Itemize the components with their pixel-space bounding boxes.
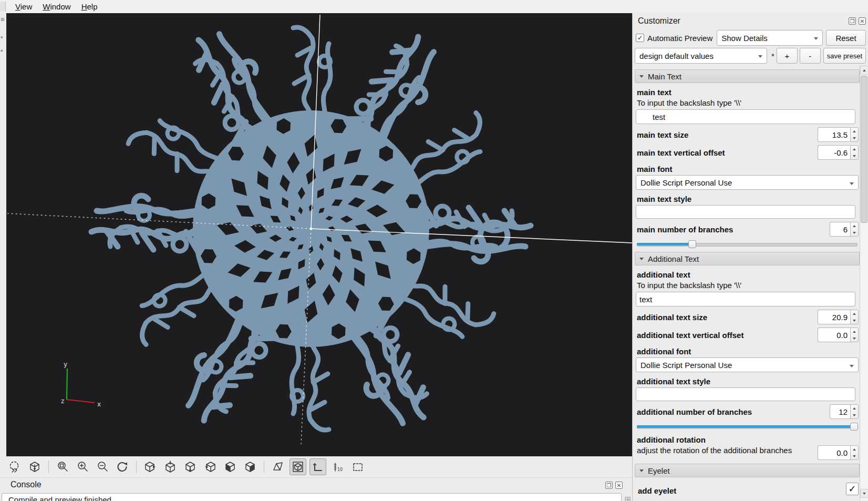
strip-dropdown-fragment2: ▴ bbox=[1, 48, 3, 53]
zoom-in-icon[interactable] bbox=[74, 458, 91, 475]
additional-rotation-label: additional rotation bbox=[637, 435, 857, 445]
add-eyelet-checkbox[interactable]: ✓ bbox=[846, 483, 859, 495]
customizer-scrollbar[interactable] bbox=[860, 66, 868, 501]
show-axes-icon[interactable] bbox=[309, 458, 326, 475]
console-log[interactable]: Compile and preview finished. bbox=[2, 493, 622, 501]
spin-buttons[interactable] bbox=[850, 222, 859, 237]
orthographic-icon[interactable] bbox=[290, 458, 306, 475]
group-eyelet[interactable]: Eyelet bbox=[635, 464, 860, 477]
customizer-close-icon[interactable]: ✕ bbox=[859, 17, 866, 25]
scrollbar-up-icon[interactable] bbox=[860, 66, 868, 75]
save-preset-button[interactable]: save preset bbox=[823, 48, 866, 64]
show-scale-markers-icon[interactable]: 10 bbox=[329, 458, 346, 475]
additional-branches-label: additional number of branches bbox=[637, 407, 752, 417]
main-text-input[interactable] bbox=[636, 109, 855, 124]
reset-view-icon[interactable] bbox=[114, 458, 131, 475]
chevron-down-icon bbox=[850, 365, 854, 367]
collapse-triangle-icon bbox=[639, 75, 644, 78]
axis-x-label: x bbox=[97, 401, 101, 408]
additional-text-size-spinbox bbox=[818, 310, 859, 324]
additional-font-select[interactable]: Dollie Script Personal Use bbox=[636, 357, 859, 372]
zoom-out-icon[interactable] bbox=[94, 458, 111, 475]
spin-buttons[interactable] bbox=[850, 328, 859, 342]
view-back-icon[interactable] bbox=[242, 458, 259, 475]
chevron-down-icon bbox=[758, 55, 762, 58]
detail-level-select[interactable]: Show Details bbox=[717, 30, 823, 46]
slider-handle[interactable] bbox=[688, 240, 696, 248]
additional-text-style-input[interactable] bbox=[636, 387, 855, 401]
main-font-label: main font bbox=[637, 164, 857, 174]
view-right-icon[interactable] bbox=[142, 458, 159, 475]
menu-help[interactable]: Help bbox=[76, 1, 103, 12]
remove-preset-button[interactable]: - bbox=[800, 48, 821, 64]
additional-branches-spinbox bbox=[830, 404, 859, 419]
preset-select[interactable]: design default values bbox=[635, 48, 767, 64]
customizer-scroll-area: Main Text main text To input the backsla… bbox=[635, 66, 860, 501]
view-bottom-icon[interactable] bbox=[182, 458, 199, 475]
main-text-label: main text bbox=[637, 87, 857, 97]
additional-text-style-label: additional text style bbox=[637, 376, 857, 386]
automatic-preview-label: Automatic Preview bbox=[647, 34, 712, 43]
snowflake-model-render: y x z bbox=[6, 13, 632, 456]
svg-text:10: 10 bbox=[337, 467, 343, 472]
additional-rotation-desc: adjust the rotation of the additional br… bbox=[637, 445, 817, 460]
axis-y-label: y bbox=[64, 361, 67, 368]
spin-buttons[interactable] bbox=[850, 445, 859, 460]
preset-modified-indicator: * bbox=[771, 52, 774, 60]
toolbar-separator bbox=[136, 461, 137, 473]
view-all-icon[interactable] bbox=[26, 458, 43, 475]
main-text-size-spinbox bbox=[818, 127, 859, 142]
view-bounds-icon[interactable] bbox=[349, 458, 366, 475]
main-branches-spinbox bbox=[830, 222, 859, 237]
console-title: Console bbox=[11, 480, 42, 489]
menu-window[interactable]: Window bbox=[37, 1, 76, 12]
view-top-icon[interactable] bbox=[162, 458, 179, 475]
toolbar-separator bbox=[264, 461, 264, 473]
main-text-desc: To input the backslash type '\\' bbox=[637, 98, 857, 108]
additional-text-input[interactable] bbox=[636, 292, 855, 306]
main-text-style-input[interactable] bbox=[636, 205, 855, 219]
main-branches-slider[interactable] bbox=[637, 240, 857, 248]
collapse-triangle-icon bbox=[639, 469, 644, 472]
customizer-float-icon[interactable]: ❐ bbox=[849, 17, 856, 25]
spin-buttons[interactable] bbox=[850, 127, 859, 142]
view-front-icon[interactable] bbox=[222, 458, 239, 475]
perspective-icon[interactable] bbox=[270, 458, 286, 475]
scrollbar-down-icon[interactable] bbox=[860, 489, 868, 498]
console-float-icon[interactable]: ❐ bbox=[605, 482, 613, 489]
main-text-voffset-spinbox bbox=[818, 145, 859, 160]
spin-buttons[interactable] bbox=[850, 404, 859, 419]
spin-buttons[interactable] bbox=[850, 145, 859, 160]
3d-viewport[interactable]: y x z bbox=[6, 13, 632, 456]
group-additional-text[interactable]: Additional Text bbox=[635, 252, 860, 265]
add-preset-button[interactable]: + bbox=[777, 48, 798, 64]
zoom-all-icon[interactable] bbox=[54, 458, 71, 475]
toolbar-separator bbox=[48, 461, 49, 473]
menubar-edge-fragment bbox=[0, 2, 6, 12]
main-font-select[interactable]: Dollie Script Personal Use bbox=[636, 175, 859, 190]
strip-dropdown-fragment: ▾ bbox=[1, 35, 3, 40]
axis-indicator: y x z bbox=[61, 361, 101, 408]
viewport-toolbar: 10 bbox=[0, 456, 632, 477]
console-close-icon[interactable]: ✕ bbox=[615, 482, 623, 489]
add-eyelet-label: add eyelet bbox=[638, 486, 676, 496]
customizer-title: Customizer bbox=[638, 16, 680, 26]
group-main-text[interactable]: Main Text bbox=[635, 69, 860, 83]
chevron-down-icon bbox=[850, 182, 854, 185]
throw-together-icon[interactable] bbox=[6, 458, 23, 475]
spin-buttons[interactable] bbox=[850, 310, 859, 324]
additional-text-desc: To input the backslash type '\\' bbox=[637, 280, 857, 290]
reset-button[interactable]: Reset bbox=[826, 30, 866, 46]
view-left-icon[interactable] bbox=[202, 458, 219, 475]
menu-view[interactable]: View bbox=[10, 1, 37, 12]
console-panel: Console ❐ ✕ Compile and preview finished… bbox=[0, 477, 632, 501]
slider-handle[interactable] bbox=[850, 423, 858, 431]
additional-text-size-label: additional text size bbox=[637, 312, 707, 322]
menubar: View Window Help bbox=[0, 0, 868, 14]
automatic-preview-checkbox[interactable]: ✓ bbox=[636, 34, 644, 42]
console-resize-grip[interactable]: ⊞ bbox=[624, 495, 631, 501]
additional-branches-slider[interactable] bbox=[637, 422, 857, 431]
collapse-triangle-icon bbox=[639, 258, 644, 260]
additional-text-voffset-spinbox bbox=[818, 328, 859, 342]
scrollbar-thumb[interactable] bbox=[861, 76, 867, 223]
